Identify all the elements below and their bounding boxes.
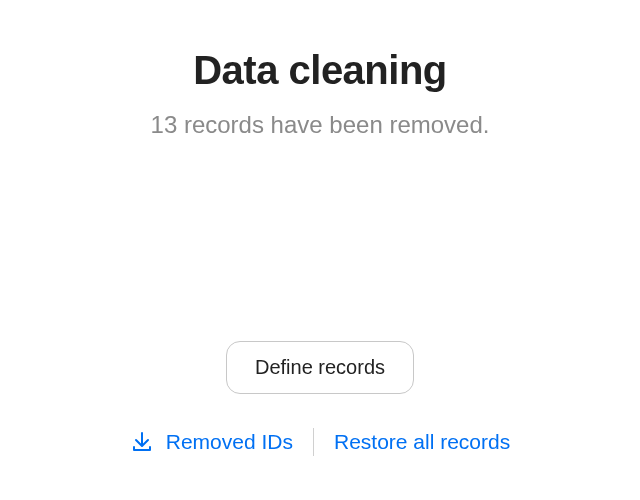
restore-all-button[interactable]: Restore all records: [314, 424, 530, 460]
define-records-button[interactable]: Define records: [226, 341, 414, 394]
page-title: Data cleaning: [193, 48, 447, 93]
removed-ids-label: Removed IDs: [166, 430, 293, 454]
removed-ids-button[interactable]: Removed IDs: [110, 424, 313, 460]
records-removed-text: 13 records have been removed.: [151, 111, 490, 139]
data-cleaning-card: Data cleaning 13 records have been remov…: [0, 0, 640, 500]
secondary-actions: Removed IDs Restore all records: [110, 424, 530, 460]
download-icon: [130, 430, 154, 454]
restore-all-label: Restore all records: [334, 430, 510, 454]
